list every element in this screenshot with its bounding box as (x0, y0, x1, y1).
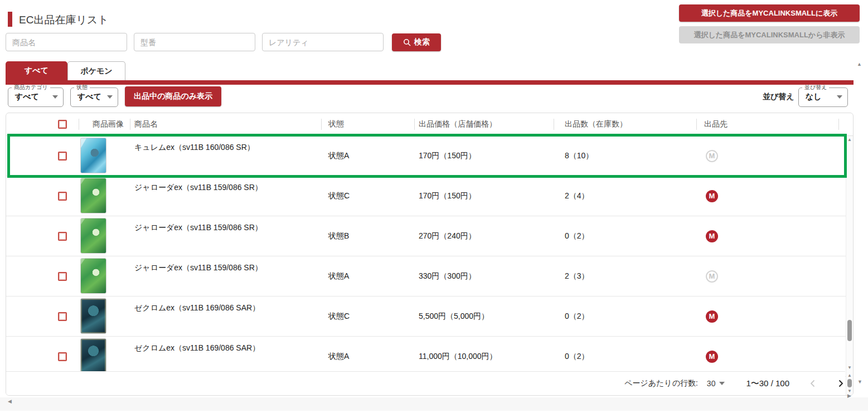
rows-per-page-label: ページあたりの行数: (624, 378, 698, 388)
scrollbar-thumb[interactable] (847, 320, 852, 341)
rows-per-page-select[interactable]: 30 (707, 379, 725, 388)
horizontal-scrollbar-left-arrow-icon[interactable]: ◀ (8, 398, 12, 404)
rows-per-page-value: 30 (707, 379, 716, 388)
search-icon (403, 38, 411, 46)
mycalinks-mall-icon: M (706, 190, 718, 202)
table-vertical-scrollbar[interactable]: ▲ ▼ (846, 136, 853, 372)
product-condition: 状態A (328, 352, 349, 362)
product-quantity: 0（2） (565, 231, 589, 241)
sort-select-value: なし (806, 92, 822, 102)
product-card-image (80, 178, 106, 213)
page-scrollbar-up-arrow-icon[interactable]: ▲ (857, 61, 862, 67)
sort-select-label: 並び替え (802, 84, 829, 91)
scrollbar-up-arrow-icon[interactable]: ▲ (846, 137, 853, 143)
page-title: EC出品在庫リスト (19, 13, 109, 27)
product-condition: 状態B (328, 231, 349, 241)
column-separator (79, 119, 79, 130)
column-header-condition: 状態 (328, 119, 344, 129)
listing-only-button[interactable]: 出品中の商品のみ表示 (125, 86, 221, 106)
chevron-down-icon (837, 95, 842, 99)
column-separator (554, 119, 554, 130)
column-header-quantity: 出品数（在庫数） (565, 119, 627, 129)
horizontal-scrollbar-track[interactable] (0, 397, 868, 411)
table-row: ゼクロムex（sv11B 169/086 SAR） 状態C 5,500円（5,0… (6, 297, 853, 337)
product-card-image (80, 218, 106, 254)
condition-select[interactable]: 状態 すべて (70, 84, 118, 107)
row-checkbox[interactable] (58, 192, 67, 201)
product-quantity: 0（2） (565, 352, 589, 362)
sort-select[interactable]: 並び替え なし (798, 84, 848, 107)
product-price: 11,000円（10,000円） (419, 352, 497, 362)
condition-select-value: すべて (77, 92, 101, 102)
chevron-right-icon (836, 379, 845, 388)
column-separator (696, 119, 697, 130)
scrollbar-down-arrow-icon[interactable]: ▼ (846, 365, 853, 371)
product-name: ジャローダex（sv11B 159/086 SR） (134, 183, 263, 193)
product-quantity: 2（4） (565, 191, 589, 201)
mycalinks-mall-icon: M (706, 351, 718, 363)
pagination-vertical-scrollbar[interactable]: ▲ ▼ (846, 372, 853, 395)
hide-selected-from-mall-button[interactable]: 選択した商品をMYCALINKSMALLから非表示 (679, 26, 860, 43)
table-row: ジャローダex（sv11B 159/086 SR） 状態B 270円（240円）… (6, 216, 853, 256)
table-header-row: 商品画像 商品名 状態 出品価格（店舗価格） 出品数（在庫数） 出品先 (6, 113, 853, 136)
table-row: ジャローダex（sv11B 159/086 SR） 状態C 170円（150円）… (6, 176, 853, 216)
mycalinks-mall-icon: M (706, 150, 718, 162)
show-selected-on-mall-button[interactable]: 選択した商品をMYCALINKSMALLに表示 (679, 4, 860, 22)
product-name: ジャローダex（sv11B 159/086 SR） (134, 263, 263, 273)
mycalinks-mall-icon: M (706, 310, 718, 323)
row-checkbox[interactable] (58, 232, 67, 241)
model-number-input[interactable] (134, 33, 255, 51)
select-all-checkbox[interactable] (58, 120, 67, 129)
search-button-label: 検索 (414, 37, 430, 47)
previous-page-button[interactable] (808, 379, 817, 388)
product-price: 5,500円（5,000円） (419, 312, 489, 322)
chevron-down-icon (52, 95, 58, 99)
scrollbar-up-arrow-icon[interactable]: ▲ (846, 373, 853, 378)
sort-text-label: 並び替え (763, 92, 794, 102)
inventory-table: 商品画像 商品名 状態 出品価格（店舗価格） 出品数（在庫数） 出品先 キュレム… (6, 113, 854, 396)
chevron-down-icon (107, 95, 113, 99)
product-card-image (80, 258, 106, 294)
mycalinks-mall-icon: M (706, 270, 718, 283)
next-page-button[interactable] (836, 379, 845, 388)
column-separator (321, 119, 322, 130)
chevron-left-icon (808, 379, 817, 388)
column-separator (838, 119, 839, 130)
tab-pokemon[interactable]: ポケモン (67, 61, 125, 80)
product-quantity: 8（10） (565, 151, 593, 161)
product-quantity: 0（2） (565, 312, 589, 322)
search-button[interactable]: 検索 (392, 33, 441, 51)
product-quantity: 2（3） (565, 271, 589, 281)
category-select[interactable]: 商品カテゴリ すべて (8, 84, 64, 107)
column-separator (414, 119, 415, 130)
row-checkbox[interactable] (58, 312, 67, 321)
column-header-image: 商品画像 (93, 119, 124, 129)
product-condition: 状態A (328, 151, 349, 161)
row-checkbox[interactable] (58, 272, 67, 281)
product-condition: 状態C (328, 312, 350, 322)
scrollbar-thumb[interactable] (847, 379, 852, 387)
product-price: 270円（240円） (419, 231, 476, 241)
column-header-price: 出品価格（店舗価格） (419, 119, 497, 129)
product-name: ジャローダex（sv11B 159/086 SR） (134, 223, 263, 233)
column-header-destination: 出品先 (704, 119, 728, 129)
product-card-image (80, 138, 106, 173)
tab-bar-accent (6, 80, 854, 85)
condition-select-label: 状態 (74, 84, 90, 91)
mycalinks-mall-icon: M (706, 230, 718, 242)
category-select-label: 商品カテゴリ (12, 84, 50, 91)
chevron-down-icon (719, 382, 725, 385)
product-name-input[interactable] (6, 33, 127, 51)
pagination-bar: ページあたりの行数: 30 1〜30 / 100 (6, 371, 845, 395)
table-body: キュレムex（sv11B 160/086 SR） 状態A 170円（150円） … (6, 136, 853, 377)
rarity-input[interactable] (262, 33, 384, 51)
row-checkbox[interactable] (58, 152, 67, 161)
row-checkbox[interactable] (58, 352, 67, 361)
title-accent-bar (8, 12, 12, 27)
product-name: ゼクロムex（sv11B 169/086 SAR） (134, 303, 260, 313)
product-price: 170円（150円） (419, 191, 476, 201)
page-scrollbar-down-arrow-icon[interactable]: ▼ (857, 379, 862, 385)
tab-all[interactable]: すべて (6, 61, 67, 80)
pagination-range: 1〜30 / 100 (746, 378, 789, 389)
horizontal-scrollbar-right-arrow-icon[interactable]: ▶ (847, 393, 851, 398)
